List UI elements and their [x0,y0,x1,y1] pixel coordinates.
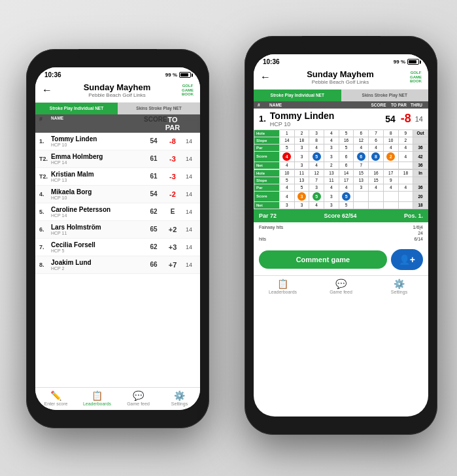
stats-fairway-label: Fairway hits [259,225,283,230]
comment-button-2[interactable]: Comment game [259,250,387,269]
scorecard-cell: 5 [294,184,309,191]
player-name: Lars Holmström [51,224,144,231]
scorecard-cell: 11 [294,169,309,177]
scorecard-cell: 10 [383,137,398,144]
scorecard-cell: 4 [309,162,324,169]
table-row[interactable]: 1. Tommy Linden HCP 10 54 -8 14 [35,133,200,150]
scorecard-cell: 9 [398,129,413,137]
table-row[interactable]: T2. Kristian Malm HCP 13 61 -3 14 [35,168,200,186]
status-icons-1: 99 % [165,72,191,78]
scorecard-cell: 4 [383,184,398,191]
scorecard-cell: 14 [279,137,294,144]
scorecard-cell [398,162,413,169]
player-thru: 14 [182,173,196,180]
stats-row-hits: hits 6/14 [259,237,423,241]
back-button-1[interactable]: ← [42,84,52,96]
player-score: 54 [144,137,163,144]
scorecard-cell: 5 [339,144,354,151]
scorecard-cell [354,191,369,201]
nav-item-game-feed[interactable]: 💬 Game feed [118,390,159,406]
stats-hits-label: hits [259,237,266,241]
table-row[interactable]: 5. Caroline Petersson HCP 14 62 E 14 [35,203,200,221]
player-pos: T2. [39,173,51,180]
summary-score: Score 62/54 [324,212,356,219]
score-circle: 6 [357,152,365,161]
player-topar: -3 [163,155,182,163]
scorecard-cell: 42 [413,151,428,162]
scorecard-cell [398,201,413,209]
nav-item-leaderboards[interactable]: 📋 Leaderboards [76,390,118,406]
back-button-2[interactable]: ← [260,71,271,83]
table-row[interactable]: 7. Cecilia Forsell HCP 5 62 +3 14 [35,239,200,256]
nav-item-p2-leaderboards[interactable]: 📋 Leaderboards [254,279,312,294]
summary-pos: Pos. 1. [404,212,423,219]
player-score: 61 [144,173,163,180]
scorecard-cell [383,191,398,201]
scorecard-cell: 36 [413,184,428,191]
player-hcp-2: HCP 10 [270,121,335,128]
scorecard-cell: 4 [324,129,339,137]
event-subtitle-1: Pebble Beach Golf Links [56,92,178,98]
tab-skins-2[interactable]: Skins Stroke Play NET [341,90,429,101]
scorecard-row-label: Hole [254,129,280,137]
tab-stroke-play-2[interactable]: Stroke Play Individual NET [254,90,341,101]
player-score-2: 54 [385,114,396,124]
col-name-h2: NAME [269,103,368,107]
scorecard-cell: 4 [279,162,294,169]
scorecard-cell: 8 [309,137,324,144]
player-info: Joakim Lund HCP 2 [51,259,144,271]
scorecard-cell: 1 [279,129,294,137]
battery-icon-1 [179,72,191,78]
scorecard-cell: 9 [383,177,398,184]
tab-bar-2: Stroke Play Individual NET Skins Stroke … [254,90,428,101]
scorecard-cell: 12 [309,169,324,177]
nav-item-enter-score[interactable]: ✏️ Enter score [35,390,76,406]
scorecard-row-label: Slope [254,177,280,184]
add-friend-button-2[interactable]: 👤+ [391,249,423,270]
player-thru: 14 [182,138,196,144]
scorecard-cell: 6 [369,137,384,144]
scorecard-cell [398,177,413,184]
phone-1-screen: 10:36 99 % ← Sunday Mayhem Pebble Beach … [35,67,200,410]
scorecard-cell: 5 [339,129,354,137]
player-thru: 14 [182,226,196,233]
tab-stroke-play-1[interactable]: Stroke Play Individual NET [35,103,118,114]
player-name: Mikaela Borg [51,188,144,196]
player-thru: 14 [182,209,196,215]
scorecard-cell: 3 [324,151,339,162]
nav-icon: ⚙️ [174,390,185,401]
player-hcp: HCP 10 [51,143,144,147]
event-title-2: Sunday Mayhem [275,69,406,79]
col-score-h2: SCORE [368,103,389,107]
table-row[interactable]: 6. Lars Holmström HCP 11 65 +2 14 [35,221,200,239]
player-thru: 14 [182,156,196,162]
logo-2: GOLF GAME BOOK [410,71,422,84]
player-info: Caroline Petersson HCP 14 [51,206,144,218]
player-name: Cecilia Forsell [51,241,144,248]
scorecard-cell: 4 [279,191,294,201]
scorecard-cell: 7 [369,129,384,137]
table-row[interactable]: 4. Mikaela Borg HCP 10 54 -2 14 [35,186,200,203]
scorecard-cell: 13 [354,177,369,184]
nav-item-p2-game-feed[interactable]: 💬 Game feed [312,279,370,294]
stats-row-2: 24 [259,231,423,235]
player-name: Emma Holmberg [51,153,144,160]
app-header-2: ← Sunday Mayhem Pebble Beach Golf Links … [254,67,428,90]
nav-item-p2-settings[interactable]: ⚙️ Settings [370,279,428,294]
scorecard-cell: 4 [324,137,339,144]
scorecard-cell: 3 [294,144,309,151]
tab-skins-1[interactable]: Skins Stroke Play NET [118,103,200,114]
status-icons-2: 99 % [394,59,419,65]
player-topar: +2 [163,226,182,233]
table-row[interactable]: 8. Joakim Lund HCP 2 66 +7 14 [35,256,200,274]
score-circle: 5 [342,192,350,201]
player-score: 62 [144,208,163,215]
logo-game-1: GAME [182,88,194,93]
nav-item-settings[interactable]: ⚙️ Settings [159,390,200,406]
player-info: Mikaela Borg HCP 10 [51,188,144,200]
scorecard-cell: 4 [398,184,413,191]
table-row[interactable]: T2. Emma Holmberg HCP 14 61 -3 14 [35,150,200,168]
scorecard-row-label: Net [254,201,280,209]
scorecard-cell: In [413,169,428,177]
scorecard-front-9: Hole123456789OutSlope14188416126102Par53… [254,129,428,169]
